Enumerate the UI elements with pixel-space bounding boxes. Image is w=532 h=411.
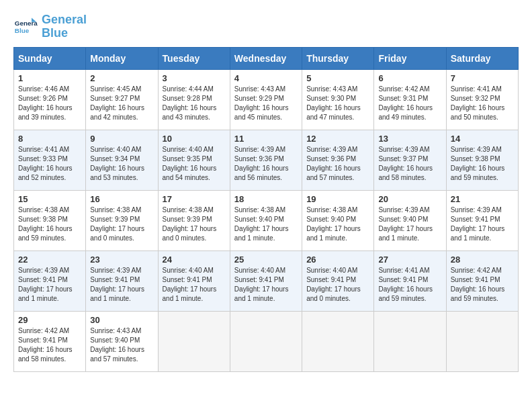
day-info: Sunrise: 4:39 AM Sunset: 9:41 PM Dayligh… — [90, 266, 153, 304]
calendar-cell: 1 Sunrise: 4:46 AM Sunset: 9:26 PM Dayli… — [14, 69, 86, 130]
calendar-row: 29 Sunrise: 4:42 AM Sunset: 9:41 PM Dayl… — [14, 311, 519, 371]
day-info: Sunrise: 4:39 AM Sunset: 9:40 PM Dayligh… — [378, 205, 441, 243]
day-info: Sunrise: 4:41 AM Sunset: 9:32 PM Dayligh… — [451, 85, 514, 122]
day-info: Sunrise: 4:44 AM Sunset: 9:28 PM Dayligh… — [163, 85, 226, 122]
calendar-row: 22 Sunrise: 4:39 AM Sunset: 9:41 PM Dayl… — [14, 250, 519, 311]
calendar-cell — [374, 311, 446, 371]
day-number: 11 — [234, 134, 298, 144]
day-number: 19 — [306, 194, 369, 204]
day-number: 5 — [306, 73, 369, 83]
day-info: Sunrise: 4:39 AM Sunset: 9:38 PM Dayligh… — [451, 145, 514, 183]
day-info: Sunrise: 4:39 AM Sunset: 9:36 PM Dayligh… — [306, 145, 369, 183]
calendar: Sunday Monday Tuesday Wednesday Thursday… — [13, 47, 519, 372]
calendar-cell: 8 Sunrise: 4:41 AM Sunset: 9:33 PM Dayli… — [14, 130, 86, 190]
calendar-cell: 23 Sunrise: 4:39 AM Sunset: 9:41 PM Dayl… — [86, 250, 158, 311]
calendar-row: 15 Sunrise: 4:38 AM Sunset: 9:38 PM Dayl… — [14, 190, 519, 250]
calendar-cell — [302, 311, 374, 371]
calendar-cell: 7 Sunrise: 4:41 AM Sunset: 9:32 PM Dayli… — [446, 69, 518, 130]
day-number: 6 — [378, 73, 441, 83]
logo: General Blue General Blue — [13, 13, 87, 40]
calendar-cell: 9 Sunrise: 4:40 AM Sunset: 9:34 PM Dayli… — [86, 130, 158, 190]
day-number: 15 — [18, 194, 81, 204]
day-info: Sunrise: 4:43 AM Sunset: 9:29 PM Dayligh… — [234, 85, 298, 122]
day-info: Sunrise: 4:38 AM Sunset: 9:39 PM Dayligh… — [163, 205, 226, 243]
day-number: 10 — [163, 134, 226, 144]
day-number: 9 — [90, 134, 153, 144]
day-number: 4 — [234, 73, 298, 83]
calendar-cell: 24 Sunrise: 4:40 AM Sunset: 9:41 PM Dayl… — [158, 250, 230, 311]
day-number: 18 — [234, 194, 298, 204]
day-info: Sunrise: 4:39 AM Sunset: 9:37 PM Dayligh… — [378, 145, 441, 183]
day-info: Sunrise: 4:39 AM Sunset: 9:41 PM Dayligh… — [18, 266, 81, 304]
col-sunday: Sunday — [14, 47, 86, 69]
col-saturday: Saturday — [446, 47, 518, 69]
col-thursday: Thursday — [302, 47, 374, 69]
day-info: Sunrise: 4:42 AM Sunset: 9:41 PM Dayligh… — [18, 326, 81, 364]
day-info: Sunrise: 4:42 AM Sunset: 9:41 PM Dayligh… — [451, 266, 514, 304]
day-info: Sunrise: 4:40 AM Sunset: 9:41 PM Dayligh… — [234, 266, 298, 304]
col-wednesday: Wednesday — [230, 47, 302, 69]
col-friday: Friday — [374, 47, 446, 69]
day-number: 25 — [234, 255, 298, 265]
calendar-cell: 26 Sunrise: 4:40 AM Sunset: 9:41 PM Dayl… — [302, 250, 374, 311]
calendar-cell: 5 Sunrise: 4:43 AM Sunset: 9:30 PM Dayli… — [302, 69, 374, 130]
day-number: 21 — [451, 194, 514, 204]
calendar-row: 8 Sunrise: 4:41 AM Sunset: 9:33 PM Dayli… — [14, 130, 519, 190]
day-number: 16 — [90, 194, 153, 204]
calendar-cell — [230, 311, 302, 371]
day-number: 17 — [163, 194, 226, 204]
day-info: Sunrise: 4:38 AM Sunset: 9:40 PM Dayligh… — [234, 205, 298, 243]
day-number: 12 — [306, 134, 369, 144]
day-number: 24 — [163, 255, 226, 265]
day-number: 13 — [378, 134, 441, 144]
day-number: 22 — [18, 255, 81, 265]
calendar-cell: 14 Sunrise: 4:39 AM Sunset: 9:38 PM Dayl… — [446, 130, 518, 190]
calendar-cell: 16 Sunrise: 4:38 AM Sunset: 9:39 PM Dayl… — [86, 190, 158, 250]
calendar-cell — [158, 311, 230, 371]
svg-text:Blue: Blue — [15, 27, 30, 34]
day-info: Sunrise: 4:40 AM Sunset: 9:34 PM Dayligh… — [90, 145, 153, 183]
logo-text: General Blue — [42, 13, 87, 40]
calendar-cell: 4 Sunrise: 4:43 AM Sunset: 9:29 PM Dayli… — [230, 69, 302, 130]
day-number: 2 — [90, 73, 153, 83]
calendar-cell: 10 Sunrise: 4:40 AM Sunset: 9:35 PM Dayl… — [158, 130, 230, 190]
day-number: 29 — [18, 315, 81, 325]
day-number: 27 — [378, 255, 441, 265]
calendar-cell: 13 Sunrise: 4:39 AM Sunset: 9:37 PM Dayl… — [374, 130, 446, 190]
calendar-row: 1 Sunrise: 4:46 AM Sunset: 9:26 PM Dayli… — [14, 69, 519, 130]
col-monday: Monday — [86, 47, 158, 69]
calendar-cell: 17 Sunrise: 4:38 AM Sunset: 9:39 PM Dayl… — [158, 190, 230, 250]
day-number: 1 — [18, 73, 81, 83]
calendar-header-row: Sunday Monday Tuesday Wednesday Thursday… — [14, 47, 519, 69]
calendar-cell: 18 Sunrise: 4:38 AM Sunset: 9:40 PM Dayl… — [230, 190, 302, 250]
calendar-cell: 15 Sunrise: 4:38 AM Sunset: 9:38 PM Dayl… — [14, 190, 86, 250]
day-number: 7 — [451, 73, 514, 83]
calendar-cell: 11 Sunrise: 4:39 AM Sunset: 9:36 PM Dayl… — [230, 130, 302, 190]
calendar-cell: 20 Sunrise: 4:39 AM Sunset: 9:40 PM Dayl… — [374, 190, 446, 250]
day-number: 30 — [90, 315, 153, 325]
calendar-cell: 25 Sunrise: 4:40 AM Sunset: 9:41 PM Dayl… — [230, 250, 302, 311]
day-info: Sunrise: 4:46 AM Sunset: 9:26 PM Dayligh… — [18, 85, 81, 122]
day-info: Sunrise: 4:41 AM Sunset: 9:41 PM Dayligh… — [378, 266, 441, 304]
header: General Blue General Blue — [13, 13, 519, 40]
calendar-cell: 22 Sunrise: 4:39 AM Sunset: 9:41 PM Dayl… — [14, 250, 86, 311]
day-info: Sunrise: 4:42 AM Sunset: 9:31 PM Dayligh… — [378, 85, 441, 122]
day-info: Sunrise: 4:41 AM Sunset: 9:33 PM Dayligh… — [18, 145, 81, 183]
calendar-cell: 6 Sunrise: 4:42 AM Sunset: 9:31 PM Dayli… — [374, 69, 446, 130]
day-info: Sunrise: 4:39 AM Sunset: 9:41 PM Dayligh… — [451, 205, 514, 243]
day-number: 3 — [163, 73, 226, 83]
day-number: 8 — [18, 134, 81, 144]
calendar-cell: 30 Sunrise: 4:43 AM Sunset: 9:40 PM Dayl… — [86, 311, 158, 371]
col-tuesday: Tuesday — [158, 47, 230, 69]
day-info: Sunrise: 4:40 AM Sunset: 9:35 PM Dayligh… — [163, 145, 226, 183]
day-info: Sunrise: 4:39 AM Sunset: 9:36 PM Dayligh… — [234, 145, 298, 183]
calendar-cell: 29 Sunrise: 4:42 AM Sunset: 9:41 PM Dayl… — [14, 311, 86, 371]
calendar-cell: 21 Sunrise: 4:39 AM Sunset: 9:41 PM Dayl… — [446, 190, 518, 250]
day-number: 26 — [306, 255, 369, 265]
calendar-cell: 3 Sunrise: 4:44 AM Sunset: 9:28 PM Dayli… — [158, 69, 230, 130]
day-number: 14 — [451, 134, 514, 144]
day-info: Sunrise: 4:45 AM Sunset: 9:27 PM Dayligh… — [90, 85, 153, 122]
logo-icon: General Blue — [13, 15, 38, 39]
calendar-cell — [446, 311, 518, 371]
day-number: 28 — [451, 255, 514, 265]
